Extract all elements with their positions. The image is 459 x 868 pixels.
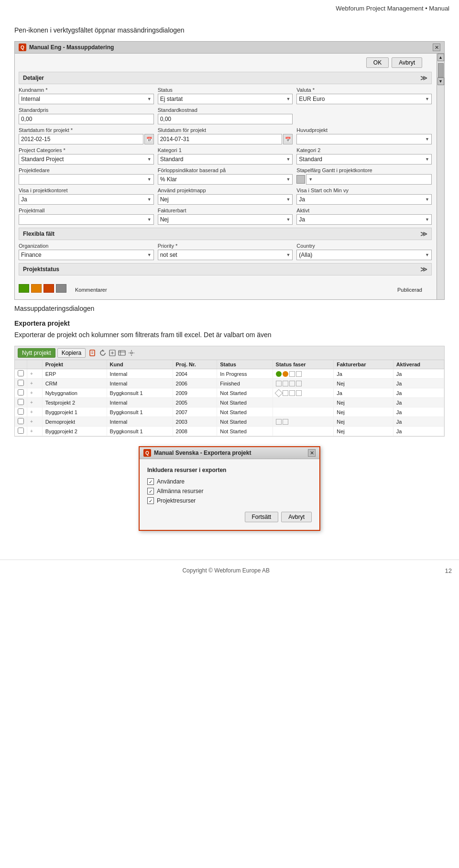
kundnamn-select[interactable]: Internal ▼ bbox=[19, 94, 154, 104]
cancel-button[interactable]: Avbryt bbox=[392, 57, 422, 68]
forloppsindikator-select[interactable]: % Klar ▼ bbox=[158, 174, 293, 185]
row-checkbox[interactable] bbox=[15, 407, 27, 417]
projektmall-select[interactable]: ▼ bbox=[19, 214, 154, 225]
organization-select[interactable]: Finance ▼ bbox=[19, 250, 154, 260]
scrollbar-up[interactable]: ▲ bbox=[437, 54, 444, 61]
refresh-icon[interactable] bbox=[99, 349, 107, 357]
scrollbar-down[interactable]: ▼ bbox=[437, 77, 444, 85]
standardpris-input[interactable]: 0,00 bbox=[19, 114, 154, 124]
export-checkbox-icon[interactable]: ✓ bbox=[147, 497, 154, 504]
exportera-heading: Exportera projekt bbox=[14, 319, 445, 327]
field-kundnamn: Kundnamn * Internal ▼ bbox=[19, 87, 154, 104]
field-standardkostnad: Standardkostnad 0,00 bbox=[158, 107, 293, 124]
table-row[interactable]: +ERPInternal2004In ProgressJaJa bbox=[15, 369, 444, 379]
col-fakturerbar[interactable]: Fakturerbar bbox=[334, 360, 393, 369]
export-checkbox-icon[interactable]: ✓ bbox=[147, 478, 154, 485]
export-checkbox-row: ✓Allmänna resurser bbox=[147, 488, 312, 494]
row-status-faser bbox=[273, 388, 334, 398]
aktivt-select[interactable]: Ja ▼ bbox=[296, 214, 432, 225]
dialog-scrollbar[interactable]: ▲ ▼ bbox=[437, 54, 444, 299]
project-table-container: Nytt projekt Kopiera bbox=[14, 346, 445, 437]
col-status-faser[interactable]: Status faser bbox=[273, 360, 334, 369]
col-status[interactable]: Status bbox=[217, 360, 273, 369]
visa-start-select[interactable]: Ja ▼ bbox=[296, 194, 432, 205]
col-projekt[interactable]: Projekt bbox=[42, 360, 107, 369]
row-expand[interactable]: + bbox=[27, 398, 43, 407]
form-row-6: Visa i projektkontoret Ja ▼ Använd proje… bbox=[19, 187, 432, 205]
section-flexibla-collapse[interactable]: ≫ bbox=[420, 230, 427, 238]
row-kund: Internal bbox=[107, 398, 173, 407]
row-expand[interactable]: + bbox=[27, 417, 43, 427]
import-icon[interactable] bbox=[109, 349, 116, 357]
status-select[interactable]: Ej startat ▼ bbox=[158, 94, 293, 104]
fakturerbart-select[interactable]: Nej ▼ bbox=[158, 214, 293, 225]
export-icon[interactable] bbox=[89, 349, 97, 357]
dialog-inner: OK Avbryt Detaljer ≫ Kundnamn * Inte bbox=[19, 57, 440, 293]
new-project-button[interactable]: Nytt projekt bbox=[18, 348, 55, 358]
export-checkbox-icon[interactable]: ✓ bbox=[147, 488, 154, 494]
avbryt-export-button[interactable]: Avbryt bbox=[281, 512, 312, 522]
huvudprojekt-select[interactable]: ▼ bbox=[296, 134, 432, 144]
row-status: Not Started bbox=[217, 407, 273, 417]
startdatum-input[interactable]: 2012-02-15 bbox=[19, 134, 143, 144]
section-detaljer-collapse[interactable]: ≫ bbox=[420, 74, 427, 82]
row-status: Not Started bbox=[217, 388, 273, 398]
row-checkbox[interactable] bbox=[15, 379, 27, 388]
col-aktiverad[interactable]: Aktiverad bbox=[393, 360, 444, 369]
export-dialog-close[interactable]: ✕ bbox=[308, 449, 316, 457]
settings-icon[interactable] bbox=[128, 349, 135, 357]
slutdatum-input[interactable]: 2014-07-31 bbox=[158, 134, 283, 144]
row-status: Finished bbox=[217, 379, 273, 388]
startdatum-cal-button[interactable]: 📅 bbox=[144, 134, 154, 144]
table-row[interactable]: +Byggprojekt 2Byggkonsult 12008Not Start… bbox=[15, 427, 444, 436]
row-expand[interactable]: + bbox=[27, 427, 43, 436]
export-dialog-title-left: Q Manual Svenska - Exportera projekt bbox=[143, 449, 251, 457]
ok-button[interactable]: OK bbox=[366, 57, 389, 68]
row-aktiverad: Ja bbox=[393, 427, 444, 436]
standardkostnad-input[interactable]: 0,00 bbox=[158, 114, 293, 124]
stapelfarg-select[interactable]: ▼ bbox=[306, 174, 432, 185]
country-select[interactable]: (Alla) ▼ bbox=[296, 250, 432, 260]
valuta-select[interactable]: EUR Euro ▼ bbox=[296, 94, 432, 104]
slutdatum-cal-button[interactable]: 📅 bbox=[283, 134, 293, 144]
row-expand[interactable]: + bbox=[27, 388, 43, 398]
copy-button[interactable]: Kopiera bbox=[57, 348, 86, 358]
col-proj-nr[interactable]: Proj. Nr. bbox=[173, 360, 217, 369]
section-projektstatus-collapse[interactable]: ≫ bbox=[420, 265, 427, 273]
stapelfarg-swatch[interactable] bbox=[296, 175, 305, 184]
dialog-close-button[interactable]: ✕ bbox=[433, 44, 440, 51]
row-checkbox[interactable] bbox=[15, 417, 27, 427]
fortsatt-button[interactable]: Fortsätt bbox=[245, 512, 279, 522]
row-checkbox[interactable] bbox=[15, 398, 27, 407]
project-categories-select[interactable]: Standard Project ▼ bbox=[19, 154, 154, 165]
scrollbar-thumb[interactable] bbox=[438, 63, 444, 77]
table-row[interactable]: +DemoprojektInternal2003Not StartedNejJa bbox=[15, 417, 444, 427]
table-row[interactable]: +NybyggnationByggkonsult 12009Not Starte… bbox=[15, 388, 444, 398]
anvand-projektmapp-select[interactable]: Nej ▼ bbox=[158, 194, 293, 205]
row-aktiverad: Ja bbox=[393, 398, 444, 407]
row-expand[interactable]: + bbox=[27, 369, 43, 379]
priority-select[interactable]: not set ▼ bbox=[158, 250, 293, 260]
row-checkbox[interactable] bbox=[15, 427, 27, 436]
kategori1-select[interactable]: Standard ▼ bbox=[158, 154, 293, 165]
dialog-body: OK Avbryt Detaljer ≫ Kundnamn * Inte bbox=[15, 54, 444, 299]
row-checkbox[interactable] bbox=[15, 388, 27, 398]
col-kund[interactable]: Kund bbox=[107, 360, 173, 369]
kategori2-select[interactable]: Standard ▼ bbox=[296, 154, 432, 165]
projektledare-select[interactable]: ▼ bbox=[19, 174, 154, 185]
row-expand[interactable]: + bbox=[27, 379, 43, 388]
table-row[interactable]: +CRMInternal2006FinishedNejJa bbox=[15, 379, 444, 388]
col-checkbox bbox=[15, 360, 27, 369]
row-expand[interactable]: + bbox=[27, 407, 43, 417]
row-status-faser bbox=[273, 407, 334, 417]
row-checkbox[interactable] bbox=[15, 369, 27, 379]
row-status-faser bbox=[273, 369, 334, 379]
table-row[interactable]: +Byggprojekt 1Byggkonsult 12007Not Start… bbox=[15, 407, 444, 417]
row-aktiverad: Ja bbox=[393, 417, 444, 427]
visa-kontor-select[interactable]: Ja ▼ bbox=[19, 194, 154, 205]
row-proj-nr: 2005 bbox=[173, 398, 217, 407]
organization-label: Organization bbox=[19, 243, 154, 249]
view-icon[interactable] bbox=[118, 349, 126, 357]
table-row[interactable]: +Testprojekt 2Internal2005Not StartedNej… bbox=[15, 398, 444, 407]
kundnamn-label: Kundnamn * bbox=[19, 87, 154, 93]
